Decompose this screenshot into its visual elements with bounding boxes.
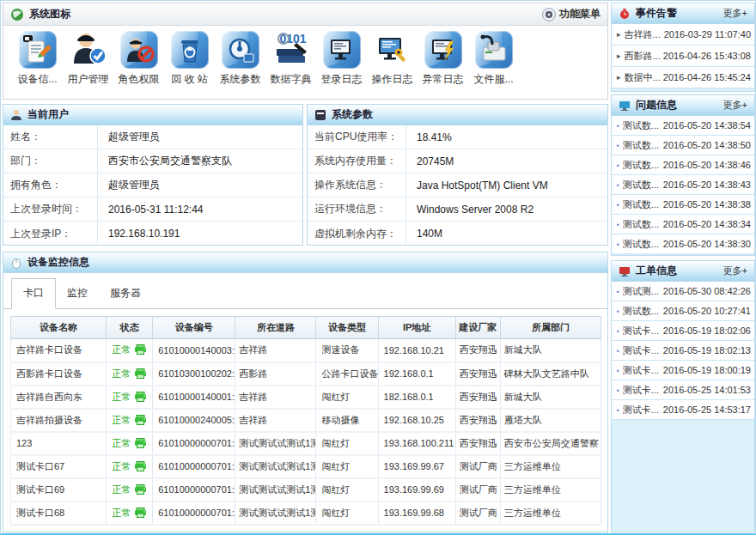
cell-vendor: 西安翔迅 (455, 409, 500, 432)
item-text: 测试卡... (623, 384, 663, 397)
tab-bayonet[interactable]: 卡口 (11, 278, 56, 309)
field-label: 操作系统信息： (308, 173, 406, 197)
list-item[interactable]: ▪测试卡...2016-05-19 18:02:13 (612, 341, 754, 361)
column-header[interactable]: 所在道路 (235, 317, 316, 339)
app-icon-label: 操作日志 (372, 72, 413, 87)
app-icon-label: 数据字典 (271, 72, 312, 87)
cell-name: 123 (11, 432, 107, 455)
list-item[interactable]: ▪测试数...2016-05-20 10:27:41 (612, 301, 754, 321)
app-icon-role-permission[interactable]: 角色权限 (113, 29, 164, 87)
panel-title: 系统参数 (332, 107, 373, 122)
list-item[interactable]: ▪测试测...2016-05-30 08:42:26 (612, 282, 754, 301)
more-link[interactable]: 更多+ (723, 7, 747, 20)
list-item[interactable]: ▪测试数...2016-05-20 14:38:34 (612, 215, 754, 234)
list-item[interactable]: ▪测试数...2016-05-20 14:38:46 (612, 155, 754, 175)
cell-type: 闯红灯 (316, 432, 378, 455)
cell-type: 闯红灯 (316, 455, 378, 478)
item-time: 2016-05-20 14:38:46 (663, 160, 751, 170)
bullet-icon: ▸ (617, 52, 621, 60)
app-icon-device-info[interactable]: 设备信... (12, 29, 63, 87)
column-header[interactable]: 建设厂家 (455, 317, 500, 339)
item-time: 2016-05-19 18:02:13 (663, 345, 751, 356)
field-value: 20745M (406, 149, 454, 173)
list-item[interactable]: ▪测试卡...2016-05-19 18:02:06 (612, 321, 754, 341)
list-item[interactable]: ▪测试数...2016-05-20 14:38:38 (612, 195, 754, 215)
table-row[interactable]: 测试卡口69正常61010000000701:测试测试试测试1测闯红灯193.1… (11, 478, 601, 502)
table-row[interactable]: 西影路卡口设备正常61010300100202:西影路公路卡口设备192.168… (11, 362, 601, 386)
error-log-icon (423, 29, 464, 70)
list-item[interactable]: ▸吉祥路...2016-03-29 11:07:40 (612, 24, 754, 46)
bullet-icon: ▪ (617, 122, 619, 130)
printer-icon (134, 368, 147, 379)
app-icon-error-log[interactable]: 异常日志 (418, 29, 468, 87)
list-item[interactable]: ▪测试数...2016-05-20 14:38:50 (612, 136, 754, 155)
cell-code: 61010000000701: (153, 478, 235, 502)
cell-dept: 雁塔大队 (500, 409, 601, 432)
table-row[interactable]: 吉祥路拍摄设备正常61010000240005:吉祥路移动摄像192.168.1… (11, 409, 601, 432)
system-params-icon (220, 29, 261, 70)
table-row[interactable]: 吉祥路卡口设备正常61010000140003:吉祥路测速设备192.168.1… (11, 339, 601, 362)
cell-dept: 三方运维单位 (500, 455, 601, 478)
column-header[interactable]: 设备名称 (11, 317, 107, 339)
table-row[interactable]: 测试卡口67正常61010000000701:测试测试试测试1测闯红灯193.1… (11, 455, 601, 478)
list-item[interactable]: ▪测试数...2016-05-20 14:38:30 (612, 234, 754, 254)
column-header[interactable]: 状态 (107, 317, 153, 339)
cell-type: 闯红灯 (316, 386, 378, 409)
bullet-icon: ▪ (617, 406, 619, 414)
column-header[interactable]: 设备类型 (316, 317, 378, 339)
column-header[interactable]: IP地址 (378, 317, 455, 339)
app-icon-label: 回 收 站 (171, 72, 208, 87)
device-info-icon (17, 29, 58, 70)
tab-server[interactable]: 服务器 (99, 279, 152, 308)
item-text: 测试数... (623, 305, 663, 318)
tab-monitor[interactable]: 监控 (56, 279, 99, 308)
item-time: 2016-05-19 18:00:19 (663, 365, 751, 375)
list-item[interactable]: ▸数据中...2016-04-26 15:45:24 (612, 67, 754, 88)
app-icon-system-params[interactable]: 系统参数 (215, 29, 265, 87)
app-icon-operation-log[interactable]: 操作日志 (367, 29, 418, 87)
item-text: 西影路... (625, 50, 663, 63)
app-icon-file-server[interactable]: 文件服... (468, 29, 519, 87)
list-item[interactable]: ▪测试数...2016-05-20 14:38:54 (612, 116, 754, 136)
column-header[interactable]: 设备编号 (153, 317, 235, 339)
field-row: 当前CPU使用率：18.41% (308, 125, 607, 149)
list-item[interactable]: ▪测试数...2016-05-20 14:38:43 (612, 175, 754, 195)
app-icon-recycle-bin[interactable]: 回 收 站 (164, 29, 215, 87)
table-row[interactable]: 吉祥路自西向东正常61010000140001:吉祥路闯红灯182.168.0.… (11, 386, 601, 409)
list-item[interactable]: ▪测试卡...2016-05-25 14:01:53 (612, 380, 754, 400)
role-permission-icon (119, 29, 160, 70)
list-item[interactable]: ▪测试卡...2016-05-25 14:53:17 (612, 400, 754, 420)
field-value: Windows Server 2008 R2 (406, 198, 533, 221)
app-icon-login-log[interactable]: 登录日志 (316, 29, 367, 87)
table-row[interactable]: 123正常61010000000701:测试测试试测试1测闯红灯193.168.… (11, 432, 601, 455)
more-link[interactable]: 更多+ (723, 99, 747, 112)
item-time: 2016-05-25 14:53:17 (663, 404, 751, 415)
printer-icon (134, 461, 147, 471)
more-link[interactable]: 更多+ (723, 264, 747, 277)
list-item[interactable]: ▸西影路...2016-04-26 15:43:08 (612, 46, 754, 67)
panel-title: 当前用户 (27, 107, 69, 122)
cell-type: 测速设备 (316, 339, 378, 362)
app-icon-data-dictionary[interactable]: 0101数据字典 (265, 29, 316, 87)
item-text: 测试卡... (623, 344, 663, 357)
field-row: 运行环境信息：Windows Server 2008 R2 (308, 198, 607, 222)
app-icon-user-management[interactable]: 用户管理 (63, 29, 113, 87)
item-time: 2016-04-26 15:45:24 (663, 72, 751, 82)
cell-type: 闯红灯 (316, 502, 378, 525)
column-header[interactable]: 所属部门 (500, 317, 601, 339)
printer-icon (134, 344, 147, 355)
cell-name: 测试卡口67 (11, 455, 107, 478)
cell-type: 公路卡口设备 (316, 362, 378, 386)
system-params-panel: 系统参数 当前CPU使用率：18.41%系统内存使用量：20745M操作系统信息… (307, 104, 608, 246)
item-time: 2016-05-25 14:01:53 (663, 385, 751, 395)
table-row[interactable]: 测试卡口68正常61010000000701:测试测试试测试1测闯红灯193.1… (11, 502, 601, 525)
app-icons-row: 设备信...用户管理角色权限回 收 站系统参数0101数据字典登录日志操作日志异… (3, 26, 607, 87)
bullet-icon: ▪ (617, 161, 619, 169)
panel-title: 事件告警 (636, 6, 677, 21)
list-item[interactable]: ▪测试卡...2016-05-19 18:00:19 (612, 361, 754, 380)
item-time: 2016-04-26 15:43:08 (663, 51, 751, 61)
function-menu-button[interactable]: 功能菜单 (542, 7, 601, 21)
cell-vendor: 西安翔迅 (455, 339, 500, 362)
cell-status: 正常 (107, 386, 153, 409)
cell-status: 正常 (107, 362, 153, 386)
